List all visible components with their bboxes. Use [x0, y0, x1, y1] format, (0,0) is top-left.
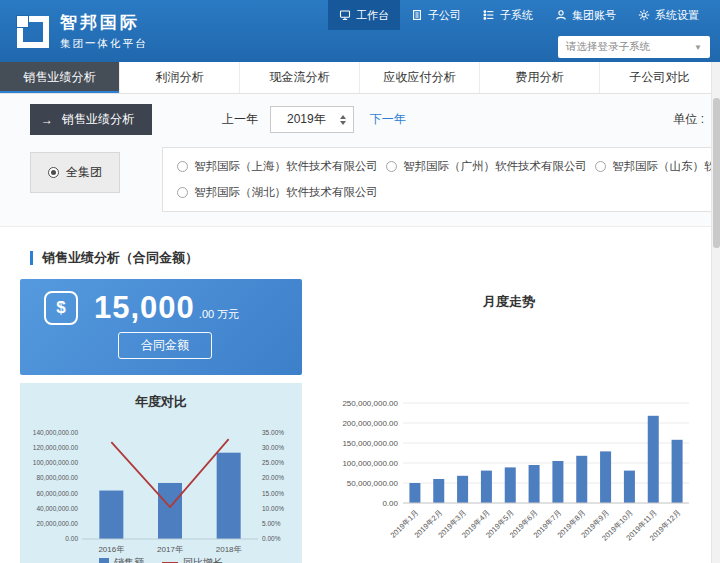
- contract-amount-value: 15,000: [94, 290, 195, 325]
- next-year-link[interactable]: 下一年: [370, 111, 406, 128]
- tab-expense-analysis[interactable]: 费用分析: [480, 62, 600, 93]
- tab-subsidiary-compare[interactable]: 子公司对比: [600, 62, 720, 93]
- vertical-scrollbar[interactable]: [711, 62, 720, 563]
- contract-amount-card: $ 15,000.00 万元 合同金额: [20, 279, 302, 375]
- company-option-guangzhou[interactable]: 智邦国际（广州）软件技术有限公司: [386, 159, 587, 174]
- annual-chart-title: 年度对比: [20, 393, 302, 411]
- year-select-value: 2019年: [287, 111, 326, 128]
- chevron-down-icon: ▼: [694, 43, 702, 52]
- nav-label: 工作台: [356, 8, 389, 23]
- svg-text:15.00%: 15.00%: [262, 490, 284, 497]
- left-column: $ 15,000.00 万元 合同金额 年度对比 0.0020,000,000.…: [20, 279, 302, 563]
- settings-icon: [638, 9, 650, 21]
- annual-comparison-chart: 0.0020,000,000.0040,000,000.0060,000,000…: [22, 415, 300, 555]
- svg-text:50,000,000.00: 50,000,000.00: [347, 479, 399, 488]
- svg-text:100,000,000.00: 100,000,000.00: [342, 459, 398, 468]
- radio-checked-icon: [48, 167, 59, 178]
- group-all-button[interactable]: 全集团: [30, 152, 120, 193]
- toolbar: → 销售业绩分析 上一年 2019年 下一年 单位 :: [0, 94, 720, 141]
- svg-text:5.00%: 5.00%: [262, 520, 281, 527]
- legend-growth-label: 同比增长: [183, 556, 223, 563]
- login-subsystem-select[interactable]: 请选择登录子系统 ▼: [558, 36, 710, 58]
- svg-text:250,000,000.00: 250,000,000.00: [342, 399, 398, 408]
- legend-sales-label: 销售额: [114, 556, 144, 563]
- svg-text:20.00%: 20.00%: [262, 474, 284, 481]
- right-column: 月度走势 0.0050,000,000.00100,000,000.00150,…: [314, 279, 704, 563]
- svg-text:150,000,000.00: 150,000,000.00: [342, 439, 398, 448]
- nav-item-workbench[interactable]: 工作台: [328, 0, 400, 30]
- section-badge: → 销售业绩分析: [30, 104, 152, 135]
- contract-amount-button[interactable]: 合同金额: [118, 332, 212, 359]
- svg-text:140,000,000.00: 140,000,000.00: [33, 429, 79, 436]
- section-badge-label: 销售业绩分析: [62, 111, 134, 128]
- prev-year-link[interactable]: 上一年: [222, 111, 258, 128]
- group-all-label: 全集团: [66, 164, 102, 181]
- tab-cashflow-analysis[interactable]: 现金流分析: [240, 62, 360, 93]
- section-title: 销售业绩分析（合同金额）: [42, 249, 198, 267]
- analysis-tabbar: 销售业绩分析 利润分析 现金流分析 应收应付分析 费用分析 子公司对比: [0, 62, 720, 94]
- svg-text:120,000,000.00: 120,000,000.00: [33, 444, 79, 451]
- unit-label: 单位 :: [673, 111, 710, 128]
- year-select[interactable]: 2019年: [270, 106, 354, 133]
- monthly-trend-chart: 0.0050,000,000.00100,000,000.00150,000,0…: [319, 395, 699, 563]
- radio-icon: [386, 161, 397, 172]
- nav-label: 系统设置: [655, 8, 699, 23]
- nav-item-group-account[interactable]: 集团账号: [544, 0, 627, 30]
- brand-name: 智邦国际: [60, 11, 148, 34]
- nav-label: 集团账号: [572, 8, 616, 23]
- company-option-label: 智邦国际（上海）软件技术有限公司: [194, 159, 378, 174]
- tab-sales-performance[interactable]: 销售业绩分析: [0, 62, 120, 93]
- svg-text:10.00%: 10.00%: [262, 505, 284, 512]
- svg-text:2018年: 2018年: [216, 545, 242, 554]
- brand: 智邦国际 集团一体化平台: [14, 0, 148, 62]
- radio-icon: [177, 161, 188, 172]
- company-option-label: 智邦国际（湖北）软件技术有限公司: [194, 185, 378, 200]
- brand-text: 智邦国际 集团一体化平台: [60, 11, 148, 51]
- company-option-hubei[interactable]: 智邦国际（湖北）软件技术有限公司: [177, 185, 378, 200]
- section-heading: 销售业绩分析（合同金额）: [0, 227, 720, 279]
- tab-receivable-payable[interactable]: 应收应付分析: [360, 62, 480, 93]
- tab-profit-analysis[interactable]: 利润分析: [120, 62, 240, 93]
- arrow-right-icon: →: [41, 114, 53, 126]
- brand-logo-icon: [14, 13, 50, 49]
- contract-amount-unit: .00 万元: [199, 308, 239, 320]
- nav-item-subsystem[interactable]: 子系统: [472, 0, 544, 30]
- svg-text:2017年: 2017年: [157, 545, 183, 554]
- monthly-trend-card: 月度走势 0.0050,000,000.00100,000,000.00150,…: [314, 279, 704, 563]
- svg-text:40,000,000.00: 40,000,000.00: [36, 505, 78, 512]
- svg-text:60,000,000.00: 60,000,000.00: [36, 490, 78, 497]
- annual-chart-legend: 销售额 同比增长: [20, 556, 302, 563]
- subsystem-icon: [483, 9, 495, 21]
- brand-subtitle: 集团一体化平台: [60, 37, 148, 51]
- nav-label: 子系统: [500, 8, 533, 23]
- svg-text:20,000,000.00: 20,000,000.00: [36, 520, 78, 527]
- nav-item-subsidiary[interactable]: 子公司: [400, 0, 472, 30]
- company-option-box: 智邦国际（上海）软件技术有限公司 智邦国际（广州）软件技术有限公司 智邦国际（山…: [162, 147, 720, 212]
- account-icon: [555, 9, 567, 21]
- company-option-shanghai[interactable]: 智邦国际（上海）软件技术有限公司: [177, 159, 378, 174]
- scrollbar-thumb[interactable]: [713, 98, 720, 248]
- svg-text:30.00%: 30.00%: [262, 444, 284, 451]
- radio-icon: [595, 161, 606, 172]
- svg-text:2016年: 2016年: [98, 545, 124, 554]
- legend-growth: 同比增长: [162, 556, 223, 563]
- top-header: 智邦国际 集团一体化平台 工作台: [0, 0, 720, 62]
- company-option-label: 智邦国际（广州）软件技术有限公司: [403, 159, 587, 174]
- legend-sales-swatch-icon: [99, 558, 109, 563]
- filterbar: 全集团 智邦国际（上海）软件技术有限公司 智邦国际（广州）软件技术有限公司 智邦…: [0, 141, 720, 227]
- svg-text:200,000,000.00: 200,000,000.00: [342, 419, 398, 428]
- svg-text:25.00%: 25.00%: [262, 459, 284, 466]
- company-option-label: 智邦国际（山东）软件技术有限公司: [612, 159, 720, 174]
- nav-label: 子公司: [428, 8, 461, 23]
- workbench-icon: [339, 9, 351, 21]
- svg-text:0.00: 0.00: [65, 535, 78, 542]
- svg-text:0.00: 0.00: [382, 499, 398, 508]
- dashboard-content: $ 15,000.00 万元 合同金额 年度对比 0.0020,000,000.…: [0, 279, 720, 563]
- company-option-shandong[interactable]: 智邦国际（山东）软件技术有限公司: [595, 159, 720, 174]
- year-stepper-icon[interactable]: [340, 115, 346, 125]
- radio-icon: [177, 187, 188, 198]
- amount-block: 15,000.00 万元: [94, 291, 239, 325]
- svg-text:100,000,000.00: 100,000,000.00: [33, 459, 79, 466]
- top-nav: 工作台 子公司: [328, 0, 710, 30]
- nav-item-system-settings[interactable]: 系统设置: [627, 0, 710, 30]
